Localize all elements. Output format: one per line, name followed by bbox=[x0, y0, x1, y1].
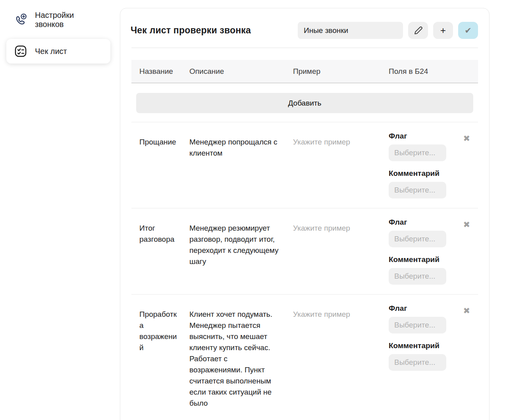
column-header-b24-fields: Поля в Б24 bbox=[389, 67, 446, 76]
column-header-description: Описание bbox=[189, 67, 283, 76]
panel-header: Чек лист проверки звонка Иные звонки + ✔ bbox=[120, 8, 489, 48]
row-description-field[interactable]: Клиент хочет подумать. Менеджер пытается… bbox=[189, 309, 283, 409]
add-row-button[interactable]: Добавить bbox=[136, 93, 473, 113]
comment-label: Комментарий bbox=[389, 341, 446, 350]
row-example-input[interactable]: Укажите пример bbox=[293, 223, 378, 285]
comment-label: Комментарий bbox=[389, 169, 446, 178]
flag-label: Флаг bbox=[389, 304, 446, 313]
row-description-field[interactable]: Менеджер попрощался с клиентом bbox=[189, 137, 283, 198]
checklist-rows: Прощание Менеджер попрощался с клиентом … bbox=[131, 122, 478, 418]
plus-icon: + bbox=[440, 25, 446, 36]
call-type-value: Иные звонки bbox=[304, 26, 348, 35]
call-type-select[interactable]: Иные звонки bbox=[298, 22, 403, 39]
confirm-button[interactable]: ✔ bbox=[458, 22, 478, 39]
sidebar: Настройки звонков Чек лист bbox=[6, 6, 110, 64]
row-example-input[interactable]: Укажите пример bbox=[293, 137, 378, 198]
remove-row-icon[interactable]: ✖ bbox=[463, 306, 470, 409]
flag-label: Флаг bbox=[389, 218, 446, 227]
comment-label: Комментарий bbox=[389, 255, 446, 264]
flag-select[interactable]: Выберите... bbox=[389, 144, 446, 161]
comment-select[interactable]: Выберите... bbox=[389, 182, 446, 198]
comment-select[interactable]: Выберите... bbox=[389, 268, 446, 285]
row-b24-fields: Флаг Выберите... Комментарий Выберите... bbox=[389, 218, 446, 285]
row-name-field[interactable]: Прощание bbox=[139, 137, 179, 198]
phone-add-icon bbox=[13, 12, 29, 28]
row-b24-fields: Флаг Выберите... Комментарий Выберите... bbox=[389, 304, 446, 409]
column-header-name: Название bbox=[139, 67, 179, 76]
remove-row-icon[interactable]: ✖ bbox=[463, 134, 470, 198]
edit-button[interactable] bbox=[408, 22, 428, 39]
flag-select[interactable]: Выберите... bbox=[389, 317, 446, 333]
table-row: Прощание Менеджер попрощался с клиентом … bbox=[131, 122, 478, 208]
header-controls: Иные звонки + ✔ bbox=[298, 22, 478, 39]
checklist-icon bbox=[13, 43, 29, 59]
flag-label: Флаг bbox=[389, 132, 446, 141]
row-name-field[interactable]: Проработка возражений bbox=[139, 309, 179, 409]
table-header: Название Описание Пример Поля в Б24 bbox=[131, 60, 478, 83]
sidebar-item-checklist[interactable]: Чек лист bbox=[6, 39, 110, 64]
row-example-input[interactable]: Укажите пример bbox=[293, 309, 378, 409]
remove-row-icon[interactable]: ✖ bbox=[463, 220, 470, 285]
table-row: Итог разговора Менеджер резюмирует разго… bbox=[131, 208, 478, 294]
flag-select[interactable]: Выберите... bbox=[389, 231, 446, 247]
comment-select[interactable]: Выберите... bbox=[389, 354, 446, 371]
sidebar-item-label: Настройки звонков bbox=[35, 11, 104, 29]
header-divider bbox=[131, 48, 478, 48]
pencil-icon bbox=[413, 25, 423, 35]
add-checklist-button[interactable]: + bbox=[433, 22, 453, 39]
checklist-panel: Чек лист проверки звонка Иные звонки + ✔ bbox=[120, 8, 490, 420]
sidebar-item-label: Чек лист bbox=[35, 47, 67, 56]
page-title: Чек лист проверки звонка bbox=[131, 25, 251, 36]
check-icon: ✔ bbox=[465, 26, 472, 35]
table-row: Проработка возражений Клиент хочет подум… bbox=[131, 294, 478, 418]
sidebar-item-call-settings[interactable]: Настройки звонков bbox=[6, 6, 110, 33]
row-name-field[interactable]: Итог разговора bbox=[139, 223, 179, 285]
row-b24-fields: Флаг Выберите... Комментарий Выберите... bbox=[389, 132, 446, 198]
row-description-field[interactable]: Менеджер резюмирует разговор, подводит и… bbox=[189, 223, 283, 285]
panel-content: Название Описание Пример Поля в Б24 Доба… bbox=[120, 60, 489, 418]
column-header-example: Пример bbox=[293, 67, 378, 76]
